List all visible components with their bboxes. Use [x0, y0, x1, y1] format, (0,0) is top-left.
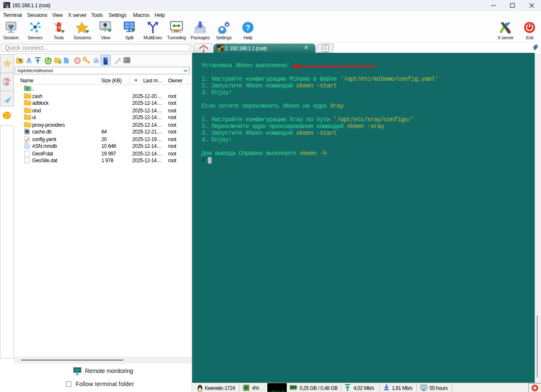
svg-text:A: A	[94, 58, 98, 64]
svg-text:?: ?	[246, 24, 250, 32]
